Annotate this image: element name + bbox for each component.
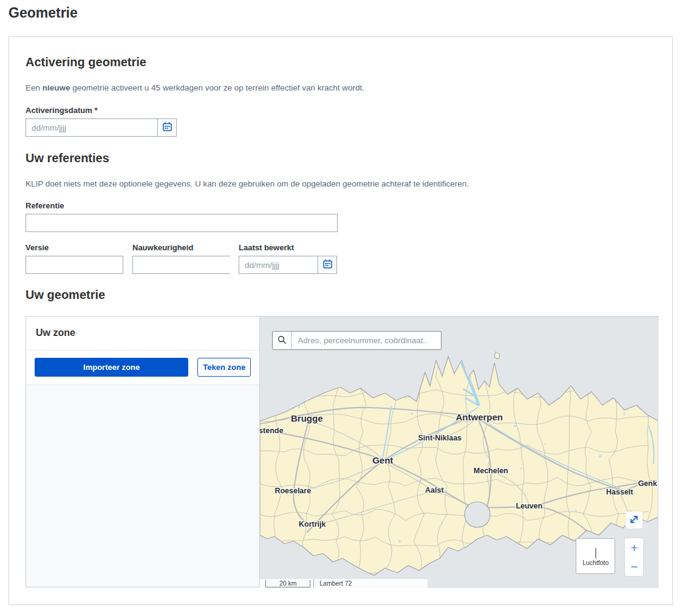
- map-search-button[interactable]: [272, 331, 292, 350]
- laatst-bewerkt-calendar-button[interactable]: [318, 256, 337, 274]
- nauwkeurigheid-label: Nauwkeurigheid: [132, 243, 193, 252]
- geometry-form-card: Activering geometrie Een nieuwe geometri…: [9, 36, 673, 605]
- intro-prefix: Een: [26, 83, 43, 92]
- page-title: Geometrie: [9, 5, 78, 21]
- activeringsdatum-input[interactable]: [26, 118, 158, 137]
- nauwkeurigheid-group: m: [132, 256, 230, 274]
- activeringsdatum-calendar-button[interactable]: [157, 118, 177, 137]
- versie-input[interactable]: [26, 256, 123, 274]
- draw-zone-button[interactable]: Teken zone: [197, 358, 251, 377]
- referentie-label: Referentie: [26, 201, 64, 210]
- import-zone-button[interactable]: Importeer zone: [35, 358, 188, 377]
- geometry-editor: Uw zone Importeer zone Teken zone: [26, 316, 658, 587]
- map-search-input[interactable]: [291, 331, 442, 350]
- zone-panel-title: Uw zone: [26, 317, 259, 351]
- intro-bold: nieuwe: [43, 83, 70, 92]
- zone-panel: Uw zone Importeer zone Teken zone: [26, 317, 260, 587]
- map-canvas[interactable]: stendeBruggeGentAntwerpenSint-NiklaasMec…: [260, 317, 658, 588]
- map-zoom-control: + −: [625, 538, 643, 576]
- scale-indicator: 20 km: [265, 580, 310, 587]
- brussels-enclave: [465, 502, 490, 527]
- projection-label: Lambert 72: [319, 580, 352, 587]
- activering-intro-text: Een nieuwe geometrie activeert u 45 werk…: [26, 83, 364, 92]
- section-heading-referenties: Uw referenties: [26, 151, 109, 165]
- versie-label: Versie: [26, 243, 49, 252]
- base-layer-toggle-button[interactable]: Luchtfoto: [576, 538, 615, 574]
- expand-icon: [626, 511, 643, 530]
- section-heading-activering: Activering geometrie: [26, 55, 146, 69]
- referentie-input[interactable]: [26, 214, 338, 232]
- calendar-icon: [322, 259, 333, 271]
- zoom-out-button[interactable]: −: [625, 557, 643, 576]
- section-heading-geometrie: Uw geometrie: [26, 288, 105, 302]
- activeringsdatum-group: [26, 118, 177, 137]
- intro-suffix: geometrie activeert u 45 werkdagen voor …: [70, 83, 365, 92]
- calendar-icon: [162, 121, 172, 134]
- laatst-bewerkt-group: [239, 256, 337, 274]
- map-scalebar: 20 km Lambert 72: [260, 579, 428, 588]
- aerial-photo-thumbnail: [595, 548, 596, 558]
- nauwkeurigheid-input[interactable]: [133, 256, 251, 273]
- search-icon: [277, 335, 287, 347]
- laatst-bewerkt-input[interactable]: [239, 256, 318, 274]
- activeringsdatum-label: Activeringsdatum *: [26, 106, 97, 115]
- zoom-in-button[interactable]: +: [625, 538, 643, 557]
- zone-list-empty: [26, 385, 259, 587]
- referenties-intro-text: KLIP doet niets met deze optionele gegev…: [26, 179, 469, 188]
- base-layer-label: Luchtfoto: [576, 559, 615, 566]
- map-fullscreen-button[interactable]: [626, 512, 643, 529]
- laatst-bewerkt-label: Laatst bewerkt: [239, 243, 294, 252]
- map-search: [272, 331, 442, 350]
- zone-actions: Importeer zone Teken zone: [26, 351, 259, 385]
- scalebar-divider: [313, 579, 314, 588]
